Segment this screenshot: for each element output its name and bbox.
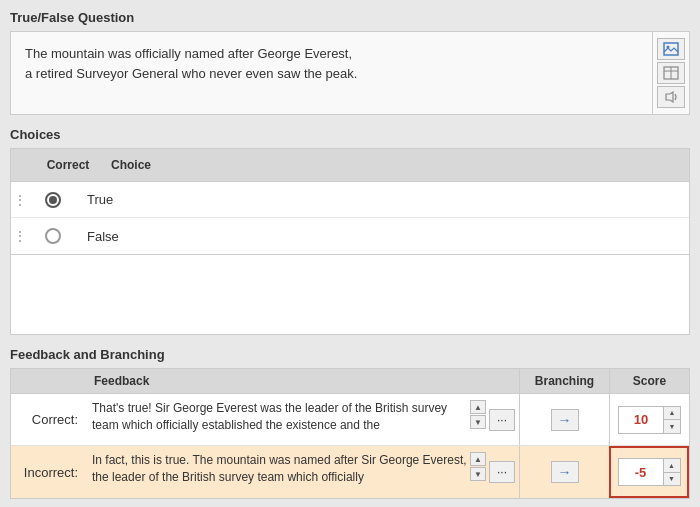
feedback-correct-scroll: ▲ ▼ [470,400,486,439]
image-icon-btn[interactable] [657,38,685,60]
feedback-incorrect-text: In fact, this is true. The mountain was … [92,452,467,492]
feedback-header-label-spacer [11,369,86,393]
score-input-incorrect[interactable] [619,465,663,480]
score-up-incorrect[interactable]: ▲ [664,459,680,473]
question-icons [652,32,689,114]
audio-icon-btn[interactable] [657,86,685,108]
drag-handle-false[interactable]: ⋮ [11,228,25,244]
feedback-row-correct: Correct: That's true! Sir George Everest… [11,394,689,446]
feedback-correct-label: Correct: [11,394,86,445]
feedback-header-feedback: Feedback [86,369,519,393]
feedback-correct-score-cell: ▲ ▼ [609,394,689,445]
score-spinners-correct: ▲ ▼ [663,407,680,433]
choice-row-false: ⋮ False [11,218,689,254]
choice-label-false: False [81,229,689,244]
choice-label-true: True [81,192,689,207]
choices-header-correct: Correct [33,153,103,177]
question-text: The mountain was officially named after … [11,32,652,114]
more-btn-incorrect[interactable]: ··· [489,461,515,483]
score-input-correct[interactable] [619,412,663,427]
question-section: The mountain was officially named after … [10,31,690,115]
scroll-up-correct[interactable]: ▲ [470,400,486,414]
more-btn-correct[interactable]: ··· [489,409,515,431]
svg-marker-5 [666,92,673,102]
score-up-correct[interactable]: ▲ [664,407,680,421]
feedback-incorrect-scroll: ▲ ▼ [470,452,486,492]
score-input-incorrect-wrapper: ▲ ▼ [618,458,681,486]
feedback-header-score: Score [609,369,689,393]
audio-icon [663,90,679,104]
radio-true[interactable] [45,192,61,208]
feedback-row-incorrect: Incorrect: In fact, this is true. The mo… [11,446,689,498]
choices-section-title: Choices [10,127,690,142]
question-section-title: True/False Question [10,10,690,25]
drag-handle-true[interactable]: ⋮ [11,192,25,208]
score-down-incorrect[interactable]: ▼ [664,473,680,486]
choices-header: Correct Choice [11,149,689,182]
feedback-incorrect-label: Incorrect: [11,446,86,498]
feedback-correct-text: That's true! Sir George Everest was the … [92,400,467,439]
score-input-correct-wrapper: ▲ ▼ [618,406,681,434]
radio-false[interactable] [45,228,61,244]
correct-radio-false[interactable] [25,228,81,245]
feedback-correct-branching: → [519,394,609,445]
table-icon [663,66,679,80]
image-icon [663,42,679,56]
feedback-incorrect-feedback-cell: In fact, this is true. The mountain was … [86,446,519,498]
choices-section: Choices Correct Choice ⋮ True ⋮ [10,127,690,335]
feedback-section: Feedback and Branching Feedback Branchin… [10,347,690,499]
table-icon-btn[interactable] [657,62,685,84]
branching-arrow-incorrect[interactable]: → [551,461,579,483]
feedback-table: Feedback Branching Score Correct: That's… [10,368,690,499]
feedback-incorrect-branching: → [519,446,609,498]
choices-table: Correct Choice ⋮ True ⋮ False [10,148,690,255]
feedback-section-title: Feedback and Branching [10,347,690,362]
scroll-down-correct[interactable]: ▼ [470,415,486,429]
choices-empty-area [10,255,690,335]
feedback-header: Feedback Branching Score [11,369,689,394]
correct-radio-true[interactable] [25,191,81,208]
choice-row-true: ⋮ True [11,182,689,218]
scroll-up-incorrect[interactable]: ▲ [470,452,486,466]
main-container: True/False Question The mountain was off… [0,0,700,507]
feedback-header-branching: Branching [519,369,609,393]
svg-rect-0 [664,43,678,55]
scroll-down-incorrect[interactable]: ▼ [470,467,486,481]
score-down-correct[interactable]: ▼ [664,420,680,433]
feedback-correct-feedback-cell: That's true! Sir George Everest was the … [86,394,519,445]
branching-arrow-correct[interactable]: → [551,409,579,431]
score-spinners-incorrect: ▲ ▼ [663,459,680,485]
feedback-incorrect-score-cell: ▲ ▼ [609,446,689,498]
choices-header-choice: Choice [103,153,681,177]
